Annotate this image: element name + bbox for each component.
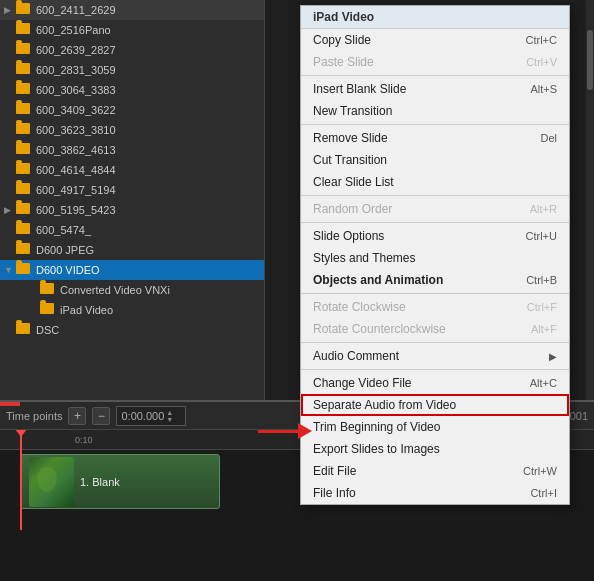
menu-item-file-info[interactable]: File Info Ctrl+I bbox=[301, 482, 569, 504]
tree-item-2[interactable]: 600_2516Pano bbox=[0, 20, 264, 40]
menu-item-cut-transition[interactable]: Cut Transition bbox=[301, 149, 569, 171]
expand-arrow: ▶ bbox=[4, 5, 16, 15]
submenu-arrow-icon: ▶ bbox=[549, 351, 557, 362]
time-display: 0:00.000 ▲ ▼ bbox=[116, 406, 186, 426]
menu-item-audio-comment[interactable]: Audio Comment ▶ bbox=[301, 345, 569, 367]
menu-item-paste-slide: Paste Slide Ctrl+V bbox=[301, 51, 569, 73]
menu-item-new-transition[interactable]: New Transition bbox=[301, 100, 569, 122]
menu-item-change-video[interactable]: Change Video File Alt+C bbox=[301, 372, 569, 394]
context-menu-header: iPad Video bbox=[301, 6, 569, 29]
timeline-label: Time points bbox=[6, 410, 62, 422]
tree-item-11[interactable]: ▶ 600_5195_5423 bbox=[0, 200, 264, 220]
highlight-arrow bbox=[258, 423, 312, 439]
time-up-arrow[interactable]: ▲ bbox=[166, 409, 173, 416]
playhead[interactable] bbox=[20, 430, 22, 530]
progress-bar bbox=[0, 402, 20, 406]
tree-item-ipad-video[interactable]: iPad Video bbox=[0, 300, 264, 320]
clip-thumbnail bbox=[29, 457, 74, 507]
menu-item-clear-slide-list[interactable]: Clear Slide List bbox=[301, 171, 569, 193]
menu-item-slide-options[interactable]: Slide Options Ctrl+U bbox=[301, 225, 569, 247]
menu-separator-4 bbox=[301, 222, 569, 223]
tree-item-7[interactable]: 600_3623_3810 bbox=[0, 120, 264, 140]
context-menu: iPad Video Copy Slide Ctrl+C Paste Slide… bbox=[300, 5, 570, 505]
time-spinners[interactable]: ▲ ▼ bbox=[166, 409, 173, 423]
menu-separator-6 bbox=[301, 342, 569, 343]
menu-item-rotate-cw: Rotate Clockwise Ctrl+F bbox=[301, 296, 569, 318]
tree-item-4[interactable]: 600_2831_3059 bbox=[0, 60, 264, 80]
tree-item-3[interactable]: 600_2639_2827 bbox=[0, 40, 264, 60]
clip-label: 1. Blank bbox=[80, 476, 120, 488]
tree-item-1[interactable]: ▶ 600_2411_2629 bbox=[0, 0, 264, 20]
tree-item-13[interactable]: D600 JPEG bbox=[0, 240, 264, 260]
tree-item-converted-video[interactable]: Converted Video VNXi bbox=[0, 280, 264, 300]
arrow-line bbox=[258, 430, 298, 433]
file-tree-panel: ▶ 600_2411_2629 600_2516Pano 600_2639_28… bbox=[0, 0, 265, 400]
menu-separator-2 bbox=[301, 124, 569, 125]
add-timepoint-button[interactable]: + bbox=[68, 407, 86, 425]
menu-separator-7 bbox=[301, 369, 569, 370]
time-down-arrow[interactable]: ▼ bbox=[166, 416, 173, 423]
video-clip[interactable]: 1. Blank bbox=[20, 454, 220, 509]
menu-separator-1 bbox=[301, 75, 569, 76]
menu-item-trim-beginning[interactable]: Trim Beginning of Video bbox=[301, 416, 569, 438]
time-counter: 001 bbox=[570, 410, 588, 422]
tree-item-d600-video[interactable]: ▼ D600 VIDEO bbox=[0, 260, 264, 280]
menu-item-objects-animation[interactable]: Objects and Animation Ctrl+B bbox=[301, 269, 569, 291]
menu-separator-5 bbox=[301, 293, 569, 294]
menu-separator-3 bbox=[301, 195, 569, 196]
menu-item-styles-themes[interactable]: Styles and Themes bbox=[301, 247, 569, 269]
tree-item-9[interactable]: 600_4614_4844 bbox=[0, 160, 264, 180]
expand-arrow: ▼ bbox=[4, 265, 16, 275]
menu-item-copy-slide[interactable]: Copy Slide Ctrl+C bbox=[301, 29, 569, 51]
playhead-triangle bbox=[15, 430, 27, 437]
menu-item-export-slides[interactable]: Export Slides to Images bbox=[301, 438, 569, 460]
scroll-thumb bbox=[587, 30, 593, 90]
ruler-mark-10: 0:10 bbox=[75, 435, 93, 445]
menu-item-edit-file[interactable]: Edit File Ctrl+W bbox=[301, 460, 569, 482]
menu-item-remove-slide[interactable]: Remove Slide Del bbox=[301, 127, 569, 149]
menu-item-random-order: Random Order Alt+R bbox=[301, 198, 569, 220]
menu-item-rotate-ccw: Rotate Counterclockwise Alt+F bbox=[301, 318, 569, 340]
tree-item-5[interactable]: 600_3064_3383 bbox=[0, 80, 264, 100]
tree-item-6[interactable]: 600_3409_3622 bbox=[0, 100, 264, 120]
menu-item-insert-blank[interactable]: Insert Blank Slide Alt+S bbox=[301, 78, 569, 100]
menu-item-separate-audio[interactable]: Separate Audio from Video bbox=[301, 394, 569, 416]
remove-timepoint-button[interactable]: − bbox=[92, 407, 110, 425]
tree-item-dsc[interactable]: DSC bbox=[0, 320, 264, 340]
tree-item-10[interactable]: 600_4917_5194 bbox=[0, 180, 264, 200]
arrow-head bbox=[298, 423, 312, 439]
tree-item-8[interactable]: 600_3862_4613 bbox=[0, 140, 264, 160]
tree-item-12[interactable]: 600_5474_ bbox=[0, 220, 264, 240]
expand-arrow: ▶ bbox=[4, 205, 16, 215]
